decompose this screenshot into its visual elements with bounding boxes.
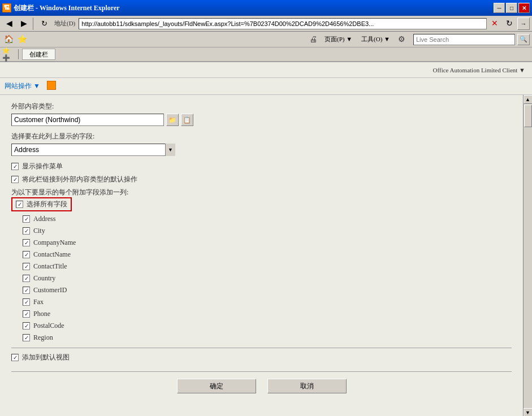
add-column-group: 为以下要显示的每个附加字段添加一列: ✓ 选择所有字段 ✓ Address ✓ …	[11, 188, 512, 342]
add-to-default-view-checkbox[interactable]: ✓	[11, 354, 19, 361]
external-content-type-input[interactable]	[11, 114, 164, 126]
browse-button-2[interactable]: 📋	[181, 114, 193, 126]
field-checkbox-fax: ✓ Fax	[23, 298, 512, 306]
add-to-default-view-row: ✓ 添加到默认视图	[11, 353, 512, 362]
phone-checkbox[interactable]: ✓	[23, 310, 30, 318]
external-content-type-group: 外部内容类型: 📁 📋	[11, 102, 512, 126]
address-input[interactable]	[79, 18, 487, 29]
link-to-default-action-label: 将此栏链接到外部内容类型的默认操作	[22, 175, 137, 184]
field-checkbox-companyname: ✓ CompanyName	[23, 239, 512, 247]
confirm-button[interactable]: 确定	[177, 379, 256, 393]
toolbar-row: 🏠 ⭐ 🖨 页面(P) ▼ 工具(O) ▼ ⚙ 🔍	[0, 32, 532, 47]
field-checkbox-contacttitle: ✓ ContactTitle	[23, 262, 512, 271]
settings-icon[interactable]: ⚙	[395, 33, 408, 46]
forward-button[interactable]: ▶	[17, 18, 31, 30]
city-checkbox[interactable]: ✓	[23, 227, 30, 235]
link-to-default-action-row: ✓ 将此栏链接到外部内容类型的默认操作	[11, 175, 512, 184]
site-action-label: 网站操作 ▼	[5, 81, 40, 91]
field-checkbox-address: ✓ Address	[23, 215, 512, 223]
browse-button-1[interactable]: 📁	[166, 114, 179, 126]
close-button[interactable]: ✕	[518, 3, 530, 13]
scroll-up-button[interactable]: ▲	[524, 95, 533, 104]
bookmarks-tab-label: 创建栏	[29, 50, 48, 59]
field-checkbox-postalcode: ✓ PostalCode	[23, 322, 512, 330]
select-all-fields-label: 选择所有字段	[27, 200, 67, 209]
field-checkbox-city: ✓ City	[23, 227, 512, 235]
fax-checkbox[interactable]: ✓	[23, 298, 30, 306]
field-to-display-select[interactable]: Address City CompanyName ContactName Con…	[11, 144, 175, 156]
scroll-thumb[interactable]	[524, 105, 532, 127]
scroll-down-button[interactable]: ▼	[524, 408, 533, 416]
contacttitle-checkbox[interactable]: ✓	[23, 263, 30, 270]
show-action-menu-checkbox[interactable]: ✓	[11, 163, 19, 170]
show-action-menu-label: 显示操作菜单	[22, 162, 63, 171]
field-checkbox-customerid: ✓ CustomerID	[23, 286, 512, 294]
external-content-type-label: 外部内容类型:	[11, 102, 512, 111]
customerid-checkbox[interactable]: ✓	[23, 287, 30, 294]
stop-button[interactable]: ✕	[488, 18, 501, 30]
title-bar: 🏗 创建栏 - Windows Internet Explorer ─ □ ✕	[0, 0, 532, 16]
field-to-display-label: 选择要在此列上显示的字段:	[11, 132, 512, 141]
minimize-button[interactable]: ─	[494, 3, 505, 13]
window-title: 创建栏 - Windows Internet Explorer	[14, 3, 120, 13]
field-checkbox-country: ✓ Country	[23, 274, 512, 283]
add-favorites-icon[interactable]: ⭐ ➕	[2, 48, 15, 60]
site-action-bar: 网站操作 ▼	[0, 78, 532, 95]
field-checkboxes: ✓ Address ✓ City ✓ CompanyName ✓ Contact…	[11, 215, 512, 342]
add-to-default-view-label: 添加到默认视图	[22, 353, 70, 362]
address-label: 地址(D)	[52, 19, 77, 28]
show-action-menu-row: ✓ 显示操作菜单	[11, 162, 512, 171]
scrollbar[interactable]: ▲ ▼	[523, 95, 532, 416]
tools-menu-button[interactable]: 工具(O) ▼	[357, 33, 394, 46]
postalcode-checkbox[interactable]: ✓	[23, 322, 30, 330]
restore-button[interactable]: □	[506, 3, 517, 13]
page-menu-button[interactable]: 页面(P) ▼	[321, 33, 356, 46]
field-checkbox-phone: ✓ Phone	[23, 310, 512, 318]
bookmarks-tab[interactable]: 创建栏	[22, 49, 55, 60]
content-area: 外部内容类型: 📁 📋 选择要在此列上显示的字段: Address City C…	[0, 95, 523, 416]
field-to-display-group: 选择要在此列上显示的字段: Address City CompanyName C…	[11, 132, 512, 156]
contactname-checkbox[interactable]: ✓	[23, 251, 30, 258]
client-name: Office Automation Limited Client ▼	[433, 67, 525, 73]
app-icon: 🏗	[2, 3, 11, 12]
main-area: 外部内容类型: 📁 📋 选择要在此列上显示的字段: Address City C…	[0, 95, 532, 416]
select-all-fields-row: ✓ 选择所有字段	[11, 197, 512, 211]
back-button[interactable]: ◀	[2, 18, 16, 30]
page-header: Office Automation Limited Client ▼	[0, 62, 532, 78]
country-checkbox[interactable]: ✓	[23, 275, 30, 282]
region-checkbox[interactable]: ✓	[23, 334, 30, 341]
refresh-button[interactable]: ↻	[37, 18, 51, 30]
field-checkbox-contactname: ✓ ContactName	[23, 250, 512, 259]
address-bar: ◀ ▶ ↻ 地址(D) ✕ ↻ →	[0, 16, 532, 32]
refresh-button2[interactable]: ↻	[503, 18, 516, 30]
site-favicon	[47, 81, 56, 90]
bookmarks-bar: ⭐ ➕ 创建栏	[0, 47, 532, 62]
companyname-checkbox[interactable]: ✓	[23, 239, 30, 246]
scroll-track[interactable]	[524, 104, 533, 408]
field-checkbox-region: ✓ Region	[23, 333, 512, 342]
link-to-default-action-checkbox[interactable]: ✓	[11, 176, 19, 183]
add-column-label: 为以下要显示的每个附加字段添加一列:	[11, 188, 128, 196]
site-action-link[interactable]: 网站操作 ▼	[5, 81, 40, 91]
print-icon[interactable]: 🖨	[307, 33, 319, 46]
button-row: 确定 取消	[11, 371, 512, 393]
favorites-icon[interactable]: ⭐	[16, 33, 28, 46]
go-button[interactable]: →	[517, 18, 530, 30]
home-icon[interactable]: 🏠	[2, 33, 15, 46]
cancel-button[interactable]: 取消	[267, 379, 347, 393]
select-all-fields-checkbox[interactable]: ✓	[16, 201, 23, 208]
search-input[interactable]	[413, 34, 515, 45]
search-button[interactable]: 🔍	[517, 34, 530, 45]
select-all-fields-highlight: ✓ 选择所有字段	[11, 197, 72, 211]
address-checkbox[interactable]: ✓	[23, 215, 30, 223]
separator	[11, 348, 512, 348]
